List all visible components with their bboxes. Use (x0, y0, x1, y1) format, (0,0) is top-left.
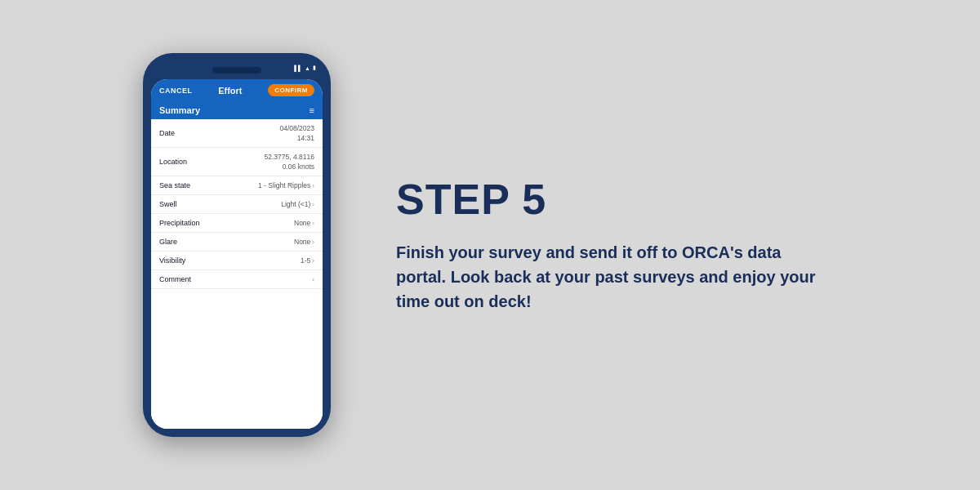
row-value-date: 04/08/2023 14:31 (279, 124, 314, 142)
phone-screen: CANCEL Effort CONFIRM Summary ≡ Date 04/… (151, 79, 323, 429)
arrow-icon: › (312, 276, 314, 283)
row-value-precipitation: None › (294, 219, 314, 227)
row-label-glare: Glare (159, 238, 177, 246)
arrow-icon: › (312, 220, 314, 227)
row-label-comment: Comment (159, 275, 191, 283)
status-icons: ▌▌ ▲ ▮ (294, 65, 316, 71)
screen-title: Effort (218, 86, 242, 96)
row-label-location: Location (159, 158, 187, 166)
right-panel: STEP 5 Finish your survey and send it of… (380, 160, 837, 329)
summary-label: Summary (159, 105, 200, 115)
row-value-visibility: 1-5 › (301, 256, 314, 265)
cancel-button[interactable]: CANCEL (159, 87, 193, 95)
table-row-precipitation[interactable]: Precipitation None › (151, 214, 323, 233)
row-value-swell: Light (<1) › (281, 200, 314, 208)
phone-notch: ▌▌ ▲ ▮ (151, 61, 323, 79)
step-heading: STEP 5 (396, 176, 821, 223)
row-value-sea-state: 1 - Slight Ripples › (258, 181, 314, 189)
row-label-visibility: Visibility (159, 256, 185, 265)
phone-wrapper: ▌▌ ▲ ▮ CANCEL Effort CONFIRM Summary ≡ (143, 53, 331, 437)
table-row-comment[interactable]: Comment › (151, 270, 323, 289)
table-row-sea-state[interactable]: Sea state 1 - Slight Ripples › (151, 176, 323, 195)
arrow-icon: › (312, 201, 314, 208)
row-value-glare: None › (294, 238, 314, 246)
battery-icon: ▮ (313, 65, 316, 71)
row-value-location: 52.3775, 4.8116 0.06 knots (265, 153, 314, 171)
row-value-comment: › (312, 276, 314, 283)
confirm-button[interactable]: CONFIRM (268, 84, 314, 96)
arrow-icon: › (312, 238, 314, 246)
row-label-sea-state: Sea state (159, 181, 190, 189)
table-row-location[interactable]: Location 52.3775, 4.8116 0.06 knots (151, 148, 323, 176)
phone-mockup: ▌▌ ▲ ▮ CANCEL Effort CONFIRM Summary ≡ (143, 53, 331, 437)
step-description: Finish your survey and send it off to OR… (396, 240, 821, 314)
notch-bar (212, 67, 261, 74)
table-row-glare[interactable]: Glare None › (151, 233, 323, 252)
data-rows: Date 04/08/2023 14:31 Location 52.3775, … (151, 119, 323, 429)
summary-icon: ≡ (310, 105, 314, 115)
row-label-swell: Swell (159, 200, 177, 208)
summary-header: Summary ≡ (151, 101, 323, 119)
screen-topbar: CANCEL Effort CONFIRM (151, 79, 323, 101)
arrow-icon: › (312, 182, 314, 189)
row-label-precipitation: Precipitation (159, 219, 200, 227)
table-row-swell[interactable]: Swell Light (<1) › (151, 195, 323, 214)
row-label-date: Date (159, 129, 175, 137)
main-container: ▌▌ ▲ ▮ CANCEL Effort CONFIRM Summary ≡ (0, 0, 980, 490)
table-row-visibility[interactable]: Visibility 1-5 › (151, 252, 323, 270)
wifi-icon: ▲ (305, 65, 310, 71)
signal-icon: ▌▌ (294, 65, 302, 71)
arrow-icon: › (312, 257, 314, 265)
table-row-date[interactable]: Date 04/08/2023 14:31 (151, 119, 323, 148)
